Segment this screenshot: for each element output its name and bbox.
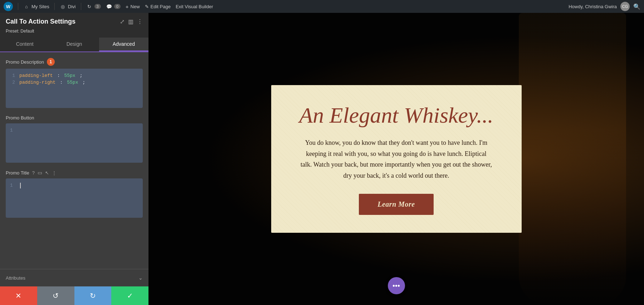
cursor-line: 1	[10, 183, 138, 188]
attributes-section: Attributes ⌄	[0, 269, 148, 286]
panel-header: Call To Action Settings ⤢ ▥ ⋮	[0, 13, 148, 28]
nav-new[interactable]: + New	[126, 4, 140, 10]
tab-advanced[interactable]: Advanced	[99, 38, 148, 51]
floating-action-button[interactable]: •••	[388, 277, 405, 294]
tab-design[interactable]: Design	[49, 38, 99, 51]
more-options-icon[interactable]: ⋮	[137, 18, 143, 25]
redo-icon: ↻	[90, 291, 96, 300]
preset-bar: Preset: Default	[0, 28, 148, 38]
panel-content-area: Promo Description 1 1 padding-left : 55p…	[0, 52, 148, 269]
promo-button-section: Promo Button 1	[6, 115, 143, 163]
columns-icon[interactable]: ▥	[128, 18, 133, 25]
glass-decoration	[519, 13, 626, 305]
promo-title-label-row: Promo Title ? ▭ ↖ ⋮	[6, 170, 143, 176]
learn-more-button[interactable]: Learn More	[359, 194, 433, 215]
visual-background: An Elegant Whiskey... You do know, you d…	[148, 13, 644, 305]
bottom-toolbar: ✕ ↺ ↻ ✓	[0, 286, 148, 305]
comment-icon: 💬	[106, 3, 112, 10]
mobile-icon[interactable]: ▭	[38, 170, 42, 176]
sites-icon: ⌂	[23, 3, 30, 10]
cta-card: An Elegant Whiskey... You do know, you d…	[271, 85, 522, 233]
promo-title-section: Promo Title ? ▭ ↖ ⋮ 1	[6, 170, 143, 218]
cta-title: An Elegant Whiskey...	[293, 103, 500, 127]
redo-button[interactable]: ↻	[74, 286, 112, 305]
undo-button[interactable]: ↺	[37, 286, 74, 305]
settings-tabs: Content Design Advanced	[0, 38, 148, 52]
nav-right-section: Howdy, Christina Gwira CG 🔍	[569, 2, 640, 11]
save-button[interactable]: ✓	[111, 286, 148, 305]
main-area: Call To Action Settings ⤢ ▥ ⋮ Preset: De…	[0, 13, 644, 305]
search-icon[interactable]: 🔍	[633, 3, 640, 10]
maximize-icon[interactable]: ⤢	[120, 18, 125, 25]
code-line-1: 1 padding-left : 55px ;	[10, 73, 138, 78]
pencil-icon: ✎	[145, 4, 149, 9]
chevron-down-icon[interactable]: ⌄	[138, 275, 143, 281]
promo-title-editor[interactable]: 1	[6, 178, 143, 218]
user-greeting: Howdy, Christina Gwira	[569, 4, 617, 9]
preset-label[interactable]: Preset: Default	[6, 29, 34, 34]
promo-description-section: Promo Description 1 1 padding-left : 55p…	[6, 58, 143, 108]
text-cursor	[20, 183, 21, 188]
more-icon[interactable]: ⋮	[52, 170, 57, 176]
nav-divider-2	[54, 3, 55, 10]
cursor-icon[interactable]: ↖	[45, 170, 49, 176]
cancel-button[interactable]: ✕	[0, 286, 37, 305]
nav-my-sites[interactable]: ⌂ My Sites	[23, 3, 49, 10]
divi-icon: ◎	[60, 3, 66, 10]
badge-count: 1	[47, 58, 55, 66]
save-icon: ✓	[127, 291, 133, 300]
promo-button-label: Promo Button	[6, 115, 143, 120]
attributes-header[interactable]: Attributes ⌄	[6, 275, 143, 281]
comments-badge: 0	[114, 4, 121, 9]
panel-title: Call To Action Settings	[6, 18, 75, 25]
plus-icon: +	[126, 4, 129, 10]
attributes-label: Attributes	[6, 275, 25, 281]
code-line-2: 2 padding-right : 55px ;	[10, 80, 138, 85]
promo-description-editor[interactable]: 1 padding-left : 55px ; 2 padding-right …	[6, 69, 143, 108]
wordpress-logo[interactable]: W	[4, 2, 13, 11]
nav-exit-visual[interactable]: Exit Visual Builder	[176, 4, 213, 9]
nav-edit-page[interactable]: ✎ Edit Page	[145, 4, 171, 9]
cta-body-text: You do know, you do know that they don't…	[300, 137, 493, 181]
refresh-icon: ↻	[86, 3, 93, 10]
panel-header-icons: ⤢ ▥ ⋮	[120, 18, 143, 25]
tab-content[interactable]: Content	[0, 38, 49, 51]
settings-panel: Call To Action Settings ⤢ ▥ ⋮ Preset: De…	[0, 13, 148, 305]
nav-updates[interactable]: ↻ 3	[86, 3, 101, 10]
dots-icon: •••	[392, 282, 400, 290]
undo-icon: ↺	[53, 291, 59, 300]
top-navigation: W ⌂ My Sites ◎ Divi ↻ 3 💬 0 + New ✎ Edit…	[0, 0, 644, 13]
cancel-icon: ✕	[15, 291, 21, 300]
nav-comments[interactable]: 💬 0	[106, 3, 121, 10]
nav-divider-3	[81, 3, 81, 10]
nav-divider-1	[18, 3, 18, 10]
user-avatar[interactable]: CG	[620, 2, 630, 11]
help-icon[interactable]: ?	[32, 170, 35, 176]
nav-divi[interactable]: ◎ Divi	[60, 3, 76, 10]
visual-builder-area: An Elegant Whiskey... You do know, you d…	[148, 13, 644, 305]
promo-description-label: Promo Description 1	[6, 58, 143, 66]
updates-badge: 3	[94, 4, 101, 9]
promo-button-editor[interactable]: 1	[6, 123, 143, 163]
